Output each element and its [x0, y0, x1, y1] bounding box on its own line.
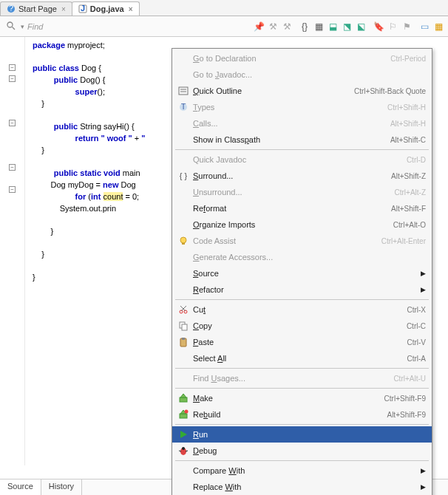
shortcut-label: Ctrl-V	[407, 338, 426, 346]
editor-toolbar: ▾ Find 📌 ⚒ ⚒ {} ▦ ⬓ ⬔ ⬕ 🔖 ⚐ ⚑ ▭ ▦	[0, 16, 448, 37]
submenu-arrow-icon: ▶	[421, 483, 426, 491]
find-input[interactable]: ▾ Find	[3, 19, 251, 34]
fold-icon[interactable]: −	[9, 75, 16, 82]
menu-source[interactable]: Source▶	[172, 265, 432, 281]
submenu-arrow-icon: ▶	[421, 286, 426, 293]
tab-history[interactable]: History	[41, 479, 82, 495]
hammer2-icon[interactable]: ⚒	[280, 20, 293, 33]
svg-text:J: J	[81, 4, 85, 13]
shortcut-label: Alt+Shift-F	[391, 205, 426, 213]
menu-item-label: Refactor	[191, 285, 421, 294]
close-icon[interactable]: ×	[61, 5, 66, 13]
diff1-icon[interactable]: ⬓	[326, 20, 339, 33]
menu-debug[interactable]: Debug	[172, 443, 432, 459]
menu-item-label: Go to Declaration	[191, 54, 390, 63]
menu-find-usages-: Find Usages...Ctrl+Alt-U	[172, 370, 432, 386]
menu-organize-imports[interactable]: Organize ImportsCtrl+Alt-O	[172, 216, 432, 233]
shortcut-label: Ctrl-X	[407, 306, 426, 314]
fold-icon[interactable]: −	[9, 164, 16, 171]
menu-item-label: Run	[191, 430, 426, 439]
diff2-icon[interactable]: ⬔	[340, 20, 353, 33]
menu-item-label: Compare With	[191, 466, 421, 475]
menu-unsurround-: Unsurround...Ctrl+Alt-Z	[172, 184, 432, 200]
braces-icon[interactable]: {}	[298, 20, 311, 33]
pin-icon[interactable]: 📌	[252, 20, 265, 33]
fold-icon[interactable]: −	[9, 186, 16, 193]
menu-item-label: Show in Classpath	[191, 135, 390, 144]
menu-compare-with[interactable]: Compare With▶	[172, 462, 432, 479]
submenu-arrow-icon: ▶	[421, 270, 426, 277]
svg-marker-27	[180, 431, 187, 438]
menu-item-label: Make	[191, 394, 384, 403]
menu-item-label: Types	[191, 103, 387, 112]
menu-copy[interactable]: CopyCtrl-C	[172, 318, 432, 334]
rebuild-icon	[175, 409, 191, 420]
tab-label: Start Page	[18, 4, 57, 13]
svg-marker-23	[180, 394, 186, 397]
menu-item-label: Debug	[191, 446, 426, 455]
menu-replace-with[interactable]: Replace With▶	[172, 479, 432, 495]
window-icon[interactable]: ▭	[418, 20, 431, 33]
flag1-icon[interactable]: ⚐	[386, 20, 399, 33]
menu-item-label: Replace With	[191, 482, 421, 491]
menu-make[interactable]: MakeCtrl+Shift-F9	[172, 390, 432, 406]
menu-refactor[interactable]: Refactor▶	[172, 281, 432, 298]
copy-icon	[175, 321, 191, 331]
fold-icon[interactable]: −	[9, 64, 16, 71]
shortcut-label: Ctrl+Shift-F9	[384, 395, 426, 403]
shortcut-label: Alt+Shift-H	[390, 120, 426, 128]
menu-select-all[interactable]: Select AllCtrl-A	[172, 350, 432, 366]
menu-quick-outline[interactable]: Quick OutlineCtrl+Shift-Back Quote	[172, 83, 432, 99]
flag2-icon[interactable]: ⚑	[400, 20, 413, 33]
menu-paste[interactable]: PasteCtrl-V	[172, 334, 432, 350]
menu-cut[interactable]: CutCtrl-X	[172, 301, 432, 318]
svg-text:?: ?	[9, 4, 13, 13]
menu-run[interactable]: Run	[172, 426, 432, 443]
menu-calls-: Calls...Alt+Shift-H	[172, 115, 432, 132]
java-file-icon: J	[78, 4, 87, 13]
context-menu: Go to DeclarationCtrl-PeriodGo to Javado…	[172, 48, 432, 495]
svg-text:T: T	[181, 102, 186, 111]
tab-dog-java[interactable]: J Dog.java ×	[72, 1, 140, 16]
tab-start-page[interactable]: ? Start Page ×	[0, 1, 72, 16]
shortcut-label: Ctrl-D	[407, 156, 426, 164]
menu-item-label: Rebuild	[191, 410, 387, 419]
tab-source[interactable]: Source	[0, 479, 41, 495]
fold-icon[interactable]: −	[9, 120, 16, 126]
menu-item-label: Quick Outline	[191, 86, 354, 95]
menu-item-label: Select All	[191, 354, 407, 363]
svg-point-12	[180, 237, 186, 243]
shortcut-label: Ctrl-Period	[390, 55, 426, 63]
cut-icon	[175, 304, 191, 315]
submenu-arrow-icon: ▶	[421, 467, 426, 474]
shortcut-label: Ctrl+Alt-Enter	[381, 237, 426, 245]
shortcut-label: Ctrl+Alt-U	[393, 375, 426, 383]
menu-item-label: Code Assist	[191, 236, 381, 245]
shortcut-label: Alt+Shift-C	[390, 136, 426, 144]
menu-item-label: Generate Accessors...	[191, 253, 426, 262]
svg-rect-24	[180, 414, 187, 418]
menu-item-label: Reformat	[191, 204, 391, 213]
code-content[interactable]: package myproject; public class Dog { pu…	[25, 37, 145, 465]
types-icon: T	[175, 102, 191, 112]
shortcut-label: Ctrl+Shift-H	[387, 103, 426, 112]
menu-reformat[interactable]: ReformatAlt+Shift-F	[172, 200, 432, 216]
search-icon	[6, 21, 18, 33]
paste-icon	[175, 337, 191, 347]
find-placeholder: Find	[27, 22, 43, 31]
debug-icon	[175, 446, 191, 456]
menu-rebuild[interactable]: RebuildAlt+Shift-F9	[172, 406, 432, 423]
menu-show-in-classpath[interactable]: Show in ClasspathAlt+Shift-C	[172, 132, 432, 148]
close-icon[interactable]: ×	[129, 5, 133, 13]
menu-code-assist: Code AssistCtrl+Alt-Enter	[172, 233, 432, 249]
grid-icon[interactable]: ▦	[432, 20, 445, 33]
surround-icon: { }	[175, 171, 191, 181]
block-icon[interactable]: ▦	[312, 20, 325, 33]
diff3-icon[interactable]: ⬕	[354, 20, 367, 33]
menu-item-label: Surround...	[191, 171, 391, 180]
hammer-icon[interactable]: ⚒	[266, 20, 279, 33]
svg-text:{ }: { }	[180, 171, 188, 180]
menu-surround-[interactable]: { }Surround...Alt+Shift-Z	[172, 168, 432, 184]
menu-item-label: Quick Javadoc	[191, 155, 407, 164]
bookmark-icon[interactable]: 🔖	[372, 20, 385, 33]
